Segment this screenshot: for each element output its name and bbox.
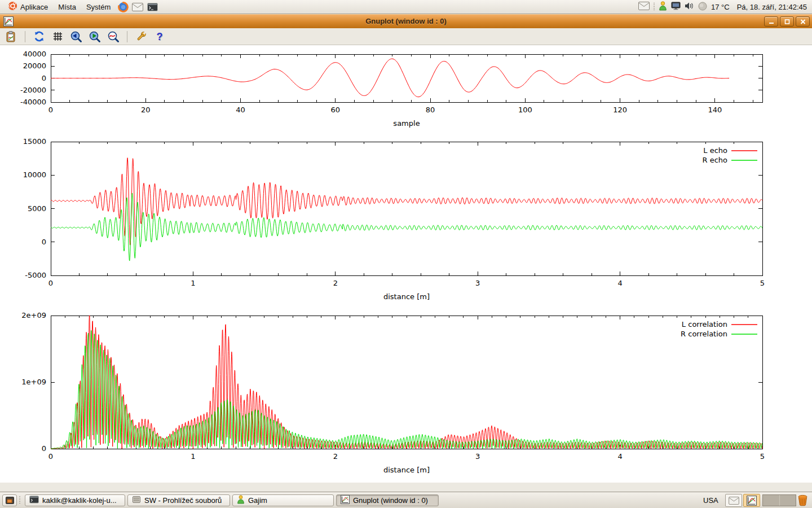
show-desktop-button[interactable] [2, 494, 17, 506]
svg-text:0: 0 [42, 444, 46, 453]
task-gajim[interactable]: Gajim [232, 494, 334, 506]
taskbar: kaklik@kaklik-kolej-u... SW - Prohlížeč … [0, 492, 812, 508]
file-manager-icon [132, 495, 141, 506]
keyboard-layout-indicator[interactable]: USA [703, 496, 718, 505]
zoom-next-icon[interactable] [87, 29, 102, 44]
gajim-tray-icon[interactable] [659, 1, 667, 12]
svg-text:4: 4 [617, 279, 622, 287]
volume-tray-icon[interactable] [685, 2, 694, 12]
menu-places[interactable]: Místa [53, 0, 81, 14]
svg-text:4: 4 [617, 452, 622, 461]
gnuplot-toolbar: ? [0, 28, 812, 45]
gnuplot-plots: 020406080100120140-40000-200000200004000… [0, 45, 812, 483]
svg-text:1e+09: 1e+09 [21, 378, 46, 386]
svg-text:40000: 40000 [23, 50, 46, 58]
svg-text:5: 5 [760, 279, 765, 287]
svg-text:100: 100 [518, 106, 532, 114]
gnuplot-icon [341, 495, 350, 506]
menu-places-label: Místa [58, 3, 76, 11]
svg-text:0: 0 [42, 238, 46, 246]
gnuplot-window: Gnuplot (window id : 0) [0, 14, 812, 492]
task-label: SW - Prohlížeč souborů [144, 496, 226, 505]
grid-icon[interactable] [50, 29, 65, 44]
gnuplot-notification-button[interactable] [743, 494, 760, 507]
copy-plot-icon[interactable] [4, 29, 19, 44]
task-label: Gajim [248, 496, 329, 505]
toolbar-separator [127, 31, 127, 42]
tray-drag-handle[interactable] [654, 3, 655, 11]
plot-canvas: 020406080100120140-40000-200000200004000… [0, 45, 812, 483]
svg-text:0: 0 [48, 106, 53, 114]
svg-text:distance [m]: distance [m] [383, 466, 430, 474]
svg-text:120: 120 [613, 106, 627, 114]
trash-icon[interactable] [796, 494, 809, 507]
svg-text:-20000: -20000 [20, 86, 46, 94]
task-label: Gnuplot (window id : 0) [353, 496, 434, 505]
svg-text:0: 0 [42, 74, 46, 82]
svg-text:15000: 15000 [23, 137, 46, 146]
weather-tray-icon[interactable] [698, 2, 707, 12]
svg-text:L echo: L echo [703, 146, 727, 155]
help-icon[interactable]: ? [152, 29, 167, 44]
svg-text:10000: 10000 [23, 170, 46, 179]
svg-text:2: 2 [333, 279, 338, 287]
svg-text:3: 3 [475, 452, 480, 461]
window-title: Gnuplot (window id : 0) [0, 17, 812, 25]
svg-text:20: 20 [141, 106, 151, 114]
display-tray-icon[interactable] [671, 2, 681, 12]
mail-tray-icon[interactable] [638, 2, 650, 12]
settings-wrench-icon[interactable] [134, 29, 148, 44]
window-controls [764, 16, 810, 27]
terminal-launcher-icon[interactable] [145, 0, 160, 14]
close-button[interactable] [796, 16, 810, 27]
refresh-icon[interactable] [32, 29, 46, 44]
minimize-button[interactable] [764, 16, 778, 27]
menu-applications[interactable]: Aplikace [3, 0, 53, 14]
svg-text:80: 80 [426, 106, 435, 114]
top-panel: Aplikace Místa Systém [0, 0, 812, 14]
task-terminal[interactable]: kaklik@kaklik-kolej-u... [25, 494, 125, 506]
workspace-2[interactable] [779, 495, 796, 506]
svg-text:-40000: -40000 [20, 98, 46, 106]
svg-text:sample: sample [393, 119, 420, 128]
svg-text:60: 60 [331, 106, 341, 114]
panel-menus: Aplikace Místa Systém [0, 0, 160, 14]
unzoom-icon[interactable] [106, 29, 121, 44]
workspace-1[interactable] [763, 495, 779, 506]
mail-launcher-icon[interactable] [130, 0, 145, 14]
panel-tray: 17 °C Pá, 18. září, 21:42:45 [638, 0, 812, 14]
svg-text:L correlation: L correlation [682, 320, 727, 329]
task-label: kaklik@kaklik-kolej-u... [42, 496, 121, 505]
menu-system[interactable]: Systém [81, 0, 116, 14]
zoom-previous-icon[interactable] [69, 29, 83, 44]
svg-text:1: 1 [191, 452, 195, 461]
ubuntu-logo-icon [8, 1, 17, 12]
workspace-switcher[interactable] [762, 494, 796, 506]
svg-text:1: 1 [191, 279, 195, 287]
svg-text:5: 5 [760, 452, 765, 461]
titlebar[interactable]: Gnuplot (window id : 0) [0, 14, 812, 28]
gajim-icon [237, 495, 245, 506]
taskbar-drag-handle[interactable] [19, 496, 20, 504]
desktop: { "colors":{"plot_red":"#ff0000","plot_g… [0, 0, 812, 508]
svg-text:40: 40 [236, 106, 245, 114]
maximize-button[interactable] [780, 16, 794, 27]
toolbar-separator [25, 31, 25, 42]
terminal-icon [29, 496, 39, 505]
svg-text:140: 140 [708, 106, 722, 114]
task-file-manager[interactable]: SW - Prohlížeč souborů [127, 494, 230, 506]
menu-applications-label: Aplikace [20, 3, 48, 11]
window-bottom-strip [0, 483, 812, 492]
svg-text:R correlation: R correlation [681, 330, 727, 338]
temperature-indicator[interactable]: 17 °C [711, 3, 730, 11]
svg-text:-5000: -5000 [25, 271, 46, 279]
svg-text:distance [m]: distance [m] [383, 292, 430, 301]
svg-text:0: 0 [48, 279, 53, 287]
firefox-launcher-icon[interactable] [116, 0, 130, 14]
clock[interactable]: Pá, 18. září, 21:42:45 [737, 3, 807, 11]
svg-text:R echo: R echo [702, 156, 727, 164]
menu-system-label: Systém [86, 3, 111, 11]
task-gnuplot[interactable]: Gnuplot (window id : 0) [336, 494, 439, 506]
mail-notification-button[interactable] [725, 494, 742, 507]
svg-text:2: 2 [333, 452, 338, 461]
